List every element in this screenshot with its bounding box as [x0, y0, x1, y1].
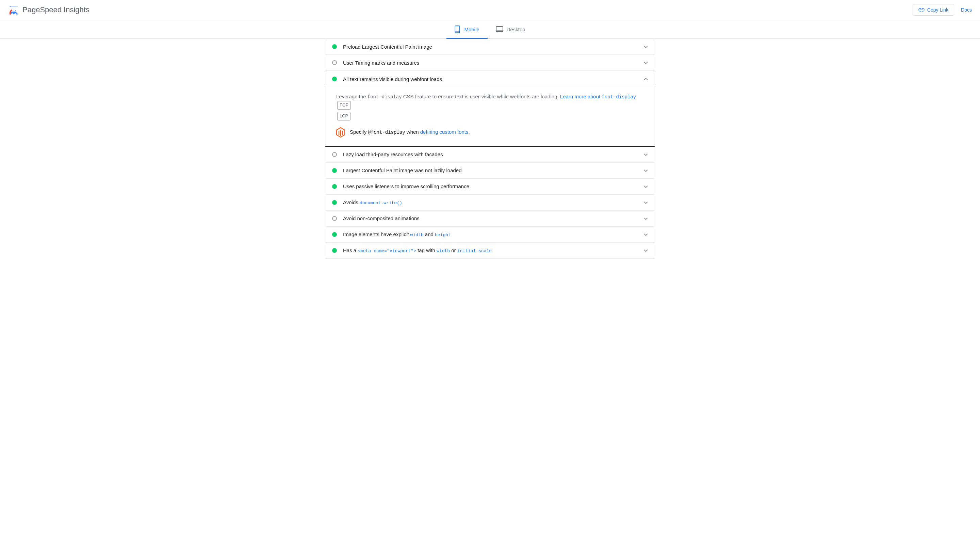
audit-row[interactable]: Avoid non-composited animations — [325, 210, 655, 227]
tab-desktop-label: Desktop — [507, 27, 525, 32]
audit-row[interactable]: Preload Largest Contentful Paint image — [325, 39, 655, 55]
tab-desktop[interactable]: Desktop — [488, 20, 533, 38]
chevron-up-icon — [644, 76, 648, 82]
audit-row[interactable]: Has a <meta name="viewport"> tag with wi… — [325, 243, 655, 259]
audit-title: Avoid non-composited animations — [343, 215, 644, 221]
app-title: PageSpeed Insights — [22, 5, 89, 14]
audit-title: Has a <meta name="viewport"> tag with wi… — [343, 247, 644, 253]
audit-row[interactable]: User Timing marks and measures — [325, 55, 655, 71]
mobile-icon — [455, 25, 461, 33]
pagespeed-logo-icon — [8, 5, 19, 15]
audit-title: All text remains visible during webfont … — [343, 76, 644, 82]
header: PageSpeed Insights Copy Link Docs — [0, 0, 980, 20]
magento-icon — [336, 127, 345, 137]
defining-fonts-link[interactable]: defining custom fonts — [420, 129, 469, 135]
chevron-down-icon — [644, 43, 648, 50]
audit-row[interactable]: Lazy load third-party resources with fac… — [325, 147, 655, 163]
status-pass-icon — [332, 184, 337, 189]
status-pass-icon — [332, 44, 337, 49]
link-icon — [918, 7, 924, 13]
audit-title: Avoids document.write() — [343, 199, 644, 206]
audit-description: Leverage the font-display CSS feature to… — [336, 92, 644, 121]
chevron-down-icon — [644, 183, 648, 190]
svg-rect-6 — [496, 27, 503, 30]
audit-row[interactable]: Image elements have explicit width and h… — [325, 227, 655, 243]
docs-link[interactable]: Docs — [961, 7, 972, 13]
stack-pack-text: Specify @font-display when defining cust… — [350, 129, 470, 135]
status-pass-icon — [332, 76, 337, 81]
audit-title: Uses passive listeners to improve scroll… — [343, 183, 644, 189]
learn-more-link[interactable]: Learn more about font-display — [560, 94, 636, 99]
chevron-down-icon — [644, 231, 648, 237]
status-neutral-icon — [332, 216, 337, 221]
audit-title: Largest Contentful Paint image was not l… — [343, 167, 644, 173]
audit-row[interactable]: Uses passive listeners to improve scroll… — [325, 178, 655, 194]
copy-link-label: Copy Link — [927, 7, 948, 13]
status-neutral-icon — [332, 152, 337, 157]
chevron-down-icon — [644, 151, 648, 158]
metric-badge: FCP — [337, 101, 351, 110]
audit-row[interactable]: All text remains visible during webfont … — [325, 71, 655, 87]
audit-row[interactable]: Largest Contentful Paint image was not l… — [325, 163, 655, 178]
tabs: Mobile Desktop — [0, 20, 980, 39]
content: Preload Largest Contentful Paint imageUs… — [325, 39, 655, 259]
metric-badge: LCP — [337, 112, 350, 121]
chevron-down-icon — [644, 247, 648, 253]
chevron-down-icon — [644, 167, 648, 174]
audit-title: Image elements have explicit width and h… — [343, 231, 644, 237]
header-right: Copy Link Docs — [913, 4, 972, 16]
stack-pack-row: Specify @font-display when defining cust… — [336, 127, 644, 137]
svg-point-0 — [10, 6, 11, 7]
status-pass-icon — [332, 232, 337, 237]
chevron-down-icon — [644, 59, 648, 66]
audit-title: Preload Largest Contentful Paint image — [343, 44, 644, 50]
header-left: PageSpeed Insights — [8, 5, 89, 15]
audit-details: Leverage the font-display CSS feature to… — [325, 87, 655, 147]
status-neutral-icon — [332, 60, 337, 65]
audit-title: User Timing marks and measures — [343, 60, 644, 66]
chevron-down-icon — [644, 215, 648, 221]
copy-link-button[interactable]: Copy Link — [913, 4, 954, 16]
status-pass-icon — [332, 168, 337, 173]
status-pass-icon — [332, 200, 337, 205]
chevron-down-icon — [644, 199, 648, 206]
audit-title: Lazy load third-party resources with fac… — [343, 151, 644, 157]
tab-mobile[interactable]: Mobile — [447, 20, 487, 38]
tab-mobile-label: Mobile — [464, 27, 479, 32]
status-pass-icon — [332, 248, 337, 253]
desktop-icon — [496, 26, 503, 32]
audit-row[interactable]: Avoids document.write() — [325, 194, 655, 210]
